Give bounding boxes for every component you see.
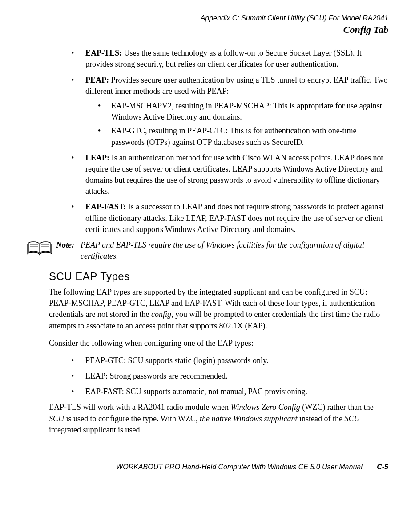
para-2: Consider the following when configuring … bbox=[49, 338, 388, 349]
para-3e: integrated supplicant is used. bbox=[49, 425, 142, 434]
peap-sub-list: EAP-MSCHAPV2, resulting in PEAP-MSCHAP: … bbox=[85, 100, 388, 148]
peap-sub-1: EAP-MSCHAPV2, resulting in PEAP-MSCHAP: … bbox=[98, 100, 388, 123]
footer-page-number: C-5 bbox=[377, 463, 388, 471]
header-appendix: Appendix C: Summit Client Utility (SCU) … bbox=[27, 13, 388, 23]
page-header: Appendix C: Summit Client Utility (SCU) … bbox=[27, 13, 388, 37]
text-eap-tls: Uses the same technology as a follow-on … bbox=[85, 48, 362, 68]
bullet-peap: PEAP: Provides secure user authenticatio… bbox=[71, 75, 388, 148]
book-icon bbox=[27, 240, 53, 256]
list-eap-fast: EAP-FAST: SCU supports automatic, not ma… bbox=[71, 386, 388, 397]
para-3b: (WZC) rather than the bbox=[300, 403, 374, 412]
label-peap: PEAP: bbox=[85, 76, 111, 84]
text-peap: Provides secure user authentication by u… bbox=[85, 76, 387, 96]
eap-types-list: PEAP-GTC: SCU supports static (login) pa… bbox=[27, 355, 388, 398]
para-3c: is used to configure the type. With WZC, bbox=[64, 414, 200, 423]
para-3a: EAP-TLS will work with a RA2041 radio mo… bbox=[49, 403, 230, 412]
para-3-i4: SCU bbox=[345, 414, 360, 423]
page: Appendix C: Summit Client Utility (SCU) … bbox=[0, 0, 415, 490]
label-eap-tls: EAP-TLS: bbox=[85, 48, 124, 57]
list-leap: LEAP: Strong passwords are recommended. bbox=[71, 371, 388, 382]
footer-title: WORKABOUT PRO Hand-Held Computer With Wi… bbox=[116, 463, 363, 471]
note-label: Note: bbox=[56, 240, 74, 251]
header-section: Config Tab bbox=[27, 23, 388, 37]
para-1: The following EAP types are supported by… bbox=[49, 287, 388, 332]
bullet-eap-fast: EAP-FAST: Is a successor to LEAP and doe… bbox=[71, 201, 388, 235]
text-eap-fast: Is a successor to LEAP and does not requ… bbox=[85, 202, 384, 233]
para-1-config: config bbox=[151, 310, 171, 319]
bullet-eap-tls: EAP-TLS: Uses the same technology as a f… bbox=[71, 48, 388, 70]
peap-sub-2: EAP-GTC, resulting in PEAP-GTC: This is … bbox=[98, 125, 388, 148]
note-text: Note: PEAP and EAP-TLS require the use o… bbox=[56, 240, 388, 262]
label-leap: LEAP: bbox=[85, 153, 112, 162]
text-leap: Is an authentication method for use with… bbox=[85, 153, 383, 196]
para-3: EAP-TLS will work with a RA2041 radio mo… bbox=[49, 402, 388, 436]
para-3-i2: SCU bbox=[49, 414, 64, 423]
top-bullet-list: EAP-TLS: Uses the same technology as a f… bbox=[27, 48, 388, 235]
section-heading: SCU EAP Types bbox=[49, 269, 388, 284]
page-footer: WORKABOUT PRO Hand-Held Computer With Wi… bbox=[27, 462, 388, 472]
bullet-leap: LEAP: Is an authentication method for us… bbox=[71, 152, 388, 197]
note-body: PEAP and EAP-TLS require the use of Wind… bbox=[81, 240, 388, 262]
para-3d: instead of the bbox=[298, 414, 345, 423]
label-eap-fast: EAP-FAST: bbox=[85, 202, 128, 211]
note-block: Note: PEAP and EAP-TLS require the use o… bbox=[27, 240, 388, 262]
list-peap-gtc: PEAP-GTC: SCU supports static (login) pa… bbox=[71, 355, 388, 366]
para-3-i3: the native Windows supplicant bbox=[200, 414, 297, 423]
para-3-i1: Windows Zero Config bbox=[230, 403, 300, 412]
